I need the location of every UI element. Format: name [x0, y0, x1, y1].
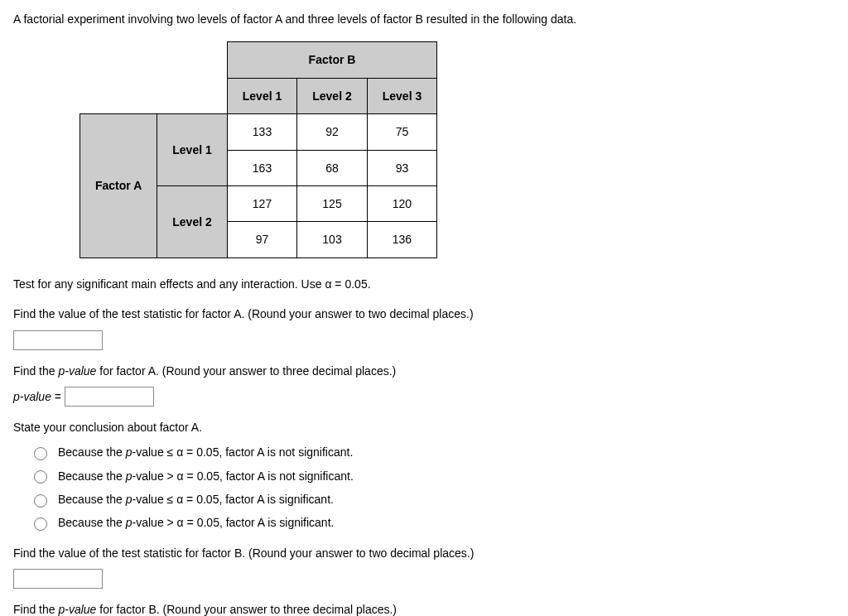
- test-instructions: Test for any significant main effects an…: [13, 275, 835, 293]
- cell: 125: [297, 185, 367, 221]
- cell: 136: [367, 222, 436, 257]
- pval-b-suffix: for factor B. (Round your answer to thre…: [96, 603, 397, 616]
- cell: 127: [227, 185, 296, 221]
- cell: 120: [367, 185, 436, 221]
- factor-a-pval-line: p-value =: [13, 387, 835, 407]
- radio-text: -value ≤ α = 0.05, factor A is significa…: [132, 493, 334, 506]
- intro-text: A factorial experiment involving two lev…: [13, 10, 835, 28]
- radio-a-4[interactable]: [34, 517, 47, 531]
- cell: 103: [297, 222, 367, 257]
- radio-text: -value ≤ α = 0.05, factor A is not signi…: [132, 445, 354, 459]
- radio-text: Because the: [58, 445, 126, 459]
- pval-label-a: p-value: [13, 390, 51, 403]
- cell: 92: [297, 114, 367, 150]
- radio-text: Because the: [58, 493, 126, 506]
- cell: 93: [367, 150, 436, 185]
- radio-text: Because the: [58, 516, 126, 529]
- pval-a-suffix: for factor A. (Round your answer to thre…: [96, 364, 396, 378]
- q-factor-b-stat: Find the value of the test statistic for…: [13, 544, 835, 562]
- factor-b-stat-input[interactable]: [13, 569, 103, 589]
- factor-a-stat-input[interactable]: [13, 330, 103, 350]
- radio-pv: p: [126, 469, 132, 483]
- pval-a-prefix: Find the: [13, 364, 58, 378]
- a-level-2: Level 2: [157, 185, 227, 257]
- radio-a-3[interactable]: [34, 494, 47, 508]
- a-level-1: Level 1: [157, 114, 227, 186]
- radio-a-1[interactable]: [34, 447, 47, 460]
- q-factor-a-pval: Find the p-value for factor A. (Round yo…: [13, 362, 835, 380]
- radio-text: Because the: [58, 469, 126, 483]
- factor-a-pval-input[interactable]: [65, 387, 154, 407]
- cell: 68: [297, 150, 367, 185]
- q-factor-a-stat: Find the value of the test statistic for…: [13, 305, 835, 323]
- radio-pv: p: [126, 493, 132, 506]
- cell: 163: [227, 150, 296, 185]
- pvalue-word: p-value: [58, 364, 96, 378]
- pval-b-prefix: Find the: [13, 603, 58, 616]
- radio-pv: p: [126, 516, 132, 529]
- b-level-1: Level 1: [227, 78, 296, 113]
- equals-a: =: [51, 390, 65, 403]
- factor-a-header: Factor A: [80, 114, 157, 258]
- radio-text: -value > α = 0.05, factor A is significa…: [132, 516, 335, 529]
- radio-option-a-1[interactable]: Because the p-value ≤ α = 0.05, factor A…: [30, 443, 835, 461]
- b-level-3: Level 3: [367, 78, 436, 113]
- b-level-2: Level 2: [297, 78, 367, 113]
- q-conclusion-a: State your conclusion about factor A.: [13, 418, 835, 436]
- pvalue-word: p-value: [58, 603, 96, 616]
- radio-text: -value > α = 0.05, factor A is not signi…: [132, 469, 354, 483]
- radio-group-a: Because the p-value ≤ α = 0.05, factor A…: [30, 443, 835, 532]
- radio-option-a-3[interactable]: Because the p-value ≤ α = 0.05, factor A…: [30, 490, 835, 508]
- cell: 133: [227, 114, 296, 150]
- radio-pv: p: [126, 445, 132, 459]
- data-table: Factor B Level 1 Level 2 Level 3 Factor …: [80, 41, 437, 257]
- radio-a-2[interactable]: [34, 470, 47, 484]
- radio-option-a-4[interactable]: Because the p-value > α = 0.05, factor A…: [30, 513, 835, 532]
- q-factor-b-pval: Find the p-value for factor B. (Round yo…: [13, 600, 835, 616]
- factor-b-header: Factor B: [227, 42, 436, 78]
- cell: 75: [367, 114, 436, 150]
- cell: 97: [227, 222, 296, 257]
- radio-option-a-2[interactable]: Because the p-value > α = 0.05, factor A…: [30, 467, 835, 485]
